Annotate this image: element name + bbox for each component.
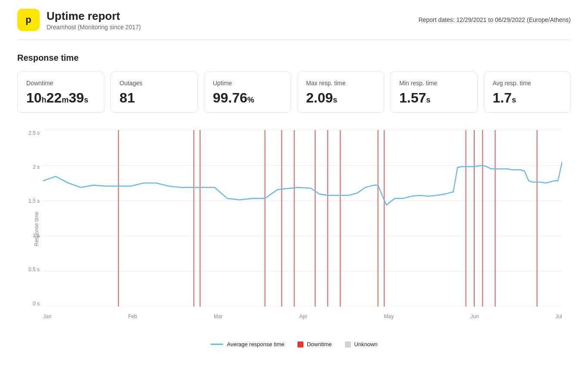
stat-downtime: Downtime 10h22m39s xyxy=(17,71,104,113)
legend-unknown-box xyxy=(345,341,351,347)
stat-uptime-label: Uptime xyxy=(213,80,282,87)
legend-avg-label: Average response time xyxy=(227,341,284,347)
section-title: Response time xyxy=(17,53,571,63)
legend-avg-line xyxy=(210,344,223,345)
stat-downtime-value: 10h22m39s xyxy=(26,91,95,105)
y-label-0-5: 0.5 s xyxy=(28,267,40,273)
legend-downtime-box xyxy=(297,341,303,347)
x-label-mar: Mar xyxy=(214,313,223,319)
response-time-section: Response time Downtime 10h22m39s Outages… xyxy=(17,53,571,347)
page: p Uptime report Dreamhost (Monitoring si… xyxy=(0,0,588,356)
legend-downtime: Downtime xyxy=(297,341,332,347)
stat-max-resp-value: 2.09s xyxy=(306,91,375,105)
stat-min-resp-value: 1.57s xyxy=(399,91,468,105)
x-label-jan: Jan xyxy=(43,313,51,319)
x-label-feb: Feb xyxy=(128,313,137,319)
stat-outages-value: 81 xyxy=(119,91,188,105)
stats-row: Downtime 10h22m39s Outages 81 Uptime 99.… xyxy=(17,71,571,113)
stat-avg-resp: Avg resp. time 1.7s xyxy=(484,71,571,113)
legend-unknown: Unknown xyxy=(345,341,378,347)
stat-min-resp-label: Min resp. time xyxy=(399,80,468,87)
chart-svg xyxy=(43,130,562,307)
y-label-2: 2 s xyxy=(33,164,40,170)
y-label-1: 1 s xyxy=(33,233,40,239)
legend-unknown-label: Unknown xyxy=(354,341,378,347)
stat-min-resp: Min resp. time 1.57s xyxy=(390,71,477,113)
legend-downtime-label: Downtime xyxy=(307,341,332,347)
x-label-apr: Apr xyxy=(299,313,307,319)
y-label-0: 0 s xyxy=(33,301,40,307)
stat-downtime-label: Downtime xyxy=(26,80,95,87)
chart-container: Response time 2.5 s 2 s 1.5 s 1 s 0.5 s … xyxy=(17,126,571,332)
page-subtitle: Dreamhost (Monitoring since 2017) xyxy=(47,24,141,31)
stat-uptime: Uptime 99.76% xyxy=(204,71,291,113)
y-label-2-5: 2.5 s xyxy=(28,130,40,136)
header-title: Uptime report Dreamhost (Monitoring sinc… xyxy=(47,9,141,31)
legend-avg: Average response time xyxy=(210,341,284,347)
stat-max-resp: Max resp. time 2.09s xyxy=(297,71,384,113)
y-axis: 2.5 s 2 s 1.5 s 1 s 0.5 s 0 s xyxy=(17,130,43,307)
x-label-jul: Jul xyxy=(556,313,562,319)
report-dates: Report dates: 12/29/2021 to 06/29/2022 (… xyxy=(419,16,571,23)
stat-outages: Outages 81 xyxy=(110,71,197,113)
header-left: p Uptime report Dreamhost (Monitoring si… xyxy=(17,9,141,31)
stat-outages-label: Outages xyxy=(119,80,188,87)
stat-uptime-value: 99.76% xyxy=(213,91,282,105)
chart-legend: Average response time Downtime Unknown xyxy=(17,337,571,347)
y-label-1-5: 1.5 s xyxy=(28,198,40,204)
stat-avg-resp-label: Avg resp. time xyxy=(493,80,562,87)
stat-avg-resp-value: 1.7s xyxy=(493,91,562,105)
chart-svg-area xyxy=(43,130,562,307)
x-label-may: May xyxy=(384,313,394,319)
stat-max-resp-label: Max resp. time xyxy=(306,80,375,87)
page-title: Uptime report xyxy=(47,9,141,23)
x-label-jun: Jun xyxy=(470,313,479,319)
logo: p xyxy=(17,9,40,31)
header: p Uptime report Dreamhost (Monitoring si… xyxy=(17,9,571,40)
x-axis: Jan Feb Mar Apr May Jun Jul xyxy=(43,313,562,319)
